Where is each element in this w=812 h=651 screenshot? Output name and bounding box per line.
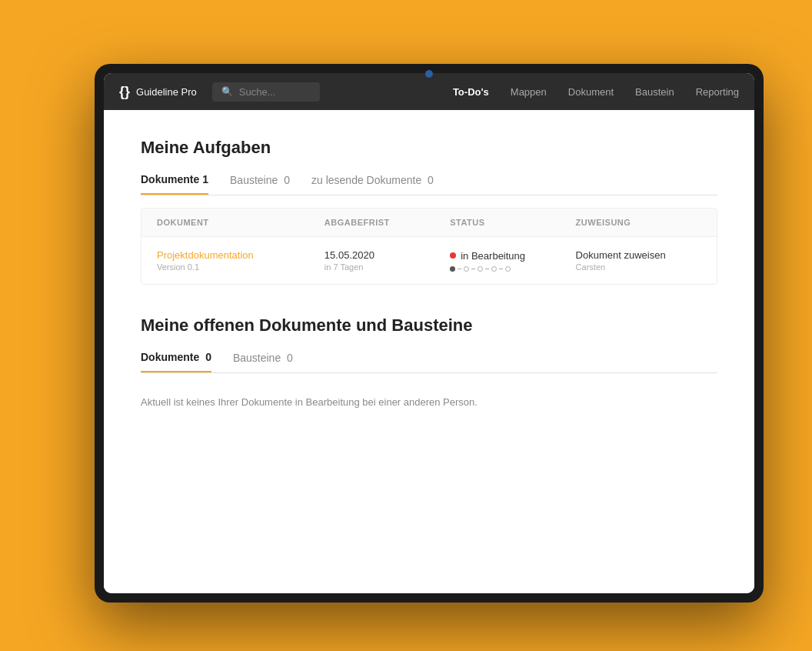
nav-links: To-Do's Mappen Dokument Baustein Reporti… (453, 86, 739, 98)
assign-person: Carsten (576, 262, 701, 272)
cell-status: in Bearbeitung (450, 250, 575, 272)
col-status: Status (450, 218, 575, 227)
screen: {} Guideline Pro 🔍 Suche... To-Do's Mapp… (104, 73, 754, 593)
navbar: {} Guideline Pro 🔍 Suche... To-Do's Mapp… (104, 73, 754, 110)
status-text: in Bearbeitung (461, 250, 525, 262)
device-frame: {} Guideline Pro 🔍 Suche... To-Do's Mapp… (95, 64, 764, 603)
tab-zu-lesende-label: zu lesende Dokumente (311, 174, 421, 186)
tab-dokumente-count: 1 (202, 173, 208, 185)
status-steps (450, 266, 575, 272)
doc-name[interactable]: Projektdokumentation (157, 249, 324, 261)
nav-item-reporting[interactable]: Reporting (696, 86, 739, 98)
step-line-2 (471, 269, 475, 269)
cell-assign: Dokument zuweisen Carsten (576, 249, 701, 272)
search-placeholder-text: Suche... (239, 86, 276, 98)
tab-zu-lesende-count: 0 (428, 174, 434, 186)
step-4 (491, 266, 497, 272)
search-bar[interactable]: 🔍 Suche... (212, 82, 320, 102)
step-line-4 (499, 269, 503, 269)
col-zuweisung: Zuweisung (576, 218, 701, 227)
assign-action[interactable]: Dokument zuweisen (576, 249, 701, 261)
section2: Meine offenen Dokumente und Bausteine Do… (141, 315, 717, 416)
tab-dokumente-label: Dokumente (141, 173, 199, 185)
step-line-1 (458, 269, 461, 269)
section1-title: Meine Aufgaben (141, 138, 717, 158)
col-abgabefrist: Abgabefrist (324, 218, 450, 227)
tab-dokumente[interactable]: Dokumente1 (141, 173, 208, 195)
doc-version: Version 0.1 (157, 262, 324, 272)
tab2-dokumente-label: Dokumente (141, 351, 199, 363)
table-row: Projektdokumentation Version 0.1 15.05.2… (141, 237, 717, 284)
deadline-date: 15.05.2020 (324, 249, 450, 261)
logo-text: Guideline Pro (136, 86, 197, 98)
tab2-dokumente[interactable]: Dokumente 0 (141, 351, 211, 372)
search-icon: 🔍 (221, 86, 233, 97)
tab2-bausteine-label: Bausteine (233, 352, 281, 364)
nav-item-baustein[interactable]: Baustein (635, 86, 674, 98)
logo-area: {} Guideline Pro (119, 84, 197, 100)
tab-bausteine-count: 0 (284, 174, 290, 186)
tab2-bausteine[interactable]: Bausteine 0 (233, 352, 293, 372)
tab-zu-lesende[interactable]: zu lesende Dokumente 0 (311, 174, 434, 194)
table-header: Dokument Abgabefrist Status Zuweisung (141, 209, 717, 237)
step-1 (450, 266, 455, 272)
nav-item-mappen[interactable]: Mappen (511, 86, 547, 98)
section2-title: Meine offenen Dokumente und Bausteine (141, 315, 717, 336)
cell-deadline: 15.05.2020 in 7 Tagen (324, 249, 450, 272)
step-5 (505, 266, 511, 272)
tab-bausteine[interactable]: Bausteine 0 (230, 174, 290, 194)
section2-tabs: Dokumente 0 Bausteine 0 (141, 351, 717, 373)
col-dokument: Dokument (157, 218, 324, 227)
status-text-row: in Bearbeitung (450, 250, 575, 262)
camera (425, 70, 433, 78)
step-3 (478, 266, 483, 272)
empty-state-text: Aktuell ist keines Ihrer Dokumente in Be… (141, 389, 717, 416)
tab-bausteine-label: Bausteine (230, 174, 278, 186)
tab2-dokumente-count: 0 (205, 351, 211, 363)
deadline-relative: in 7 Tagen (324, 262, 450, 272)
nav-item-todos[interactable]: To-Do's (453, 86, 489, 98)
nav-item-dokument[interactable]: Dokument (568, 86, 614, 98)
main-content: Meine Aufgaben Dokumente1 Bausteine 0 zu… (104, 110, 754, 593)
cell-doc: Projektdokumentation Version 0.1 (157, 249, 324, 272)
logo-icon: {} (119, 84, 130, 100)
tasks-table: Dokument Abgabefrist Status Zuweisung Pr… (141, 208, 717, 285)
status-dot (450, 252, 456, 259)
section1-tabs: Dokumente1 Bausteine 0 zu lesende Dokume… (141, 173, 717, 195)
step-2 (464, 266, 469, 272)
step-line-3 (485, 269, 489, 269)
tab2-bausteine-count: 0 (287, 352, 293, 364)
